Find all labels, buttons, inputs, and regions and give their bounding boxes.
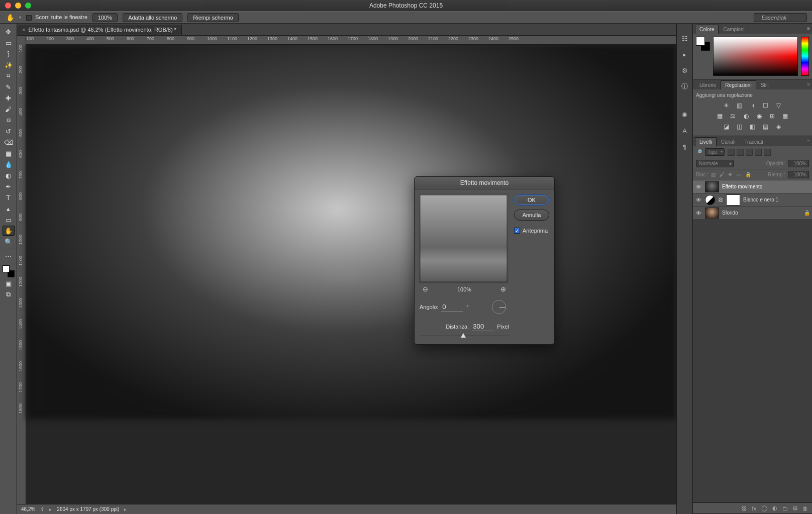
search-icon[interactable]: 🔎 [696,149,702,155]
lock-pixels-icon[interactable]: 🖌 [720,172,726,178]
angle-input[interactable] [441,302,463,312]
add-mask-icon[interactable]: ◯ [761,505,767,511]
adjustment-layer-icon[interactable] [705,195,715,205]
workspace-switcher[interactable]: Essenziali [754,13,807,22]
type-tool-icon[interactable]: T [3,192,15,202]
layer-row[interactable]: 👁 ⛓ Bianco e nero 1 [693,193,812,207]
color-field-picker[interactable] [713,37,798,76]
hue-strip[interactable] [801,37,809,76]
slider-thumb-icon[interactable] [461,333,466,338]
levels-icon[interactable]: ▥ [735,101,744,110]
layer-name[interactable]: Bianco e nero 1 [743,197,778,202]
link-layers-icon[interactable]: ⛓ [741,505,747,511]
pen-tool-icon[interactable]: ✒ [3,181,15,191]
magic-wand-tool-icon[interactable]: ✨ [3,60,15,70]
layer-thumbnail[interactable] [705,208,719,219]
foreground-color-swatch[interactable] [696,37,705,46]
blend-mode-select[interactable]: Normale [696,160,734,167]
status-chevron-icon[interactable] [49,506,52,512]
filter-shape-icon[interactable] [755,149,762,156]
new-adjustment-icon[interactable]: ◐ [772,505,777,511]
tab-color[interactable]: Colore [695,25,719,34]
lock-transparent-icon[interactable]: ▨ [711,172,717,178]
dodge-tool-icon[interactable]: ◐ [3,170,15,180]
history-brush-tool-icon[interactable]: ↺ [3,126,15,136]
window-maximize-button[interactable] [25,3,31,9]
ruler-origin-icon[interactable] [17,36,26,45]
status-chevron-icon[interactable] [124,506,127,512]
fill-screen-button[interactable]: Riempi schermo [187,13,238,22]
delete-layer-icon[interactable]: 🗑 [802,505,808,511]
fit-screen-button[interactable]: Adatta allo schermo [123,13,182,22]
zoom-tool-icon[interactable]: 🔍 [3,237,15,247]
tab-styles[interactable]: Stili [756,80,773,89]
lock-all-icon[interactable]: 🔒 [745,172,751,178]
filter-type-icon[interactable] [746,149,753,156]
filter-smart-icon[interactable] [764,149,771,156]
vibrance-icon[interactable]: ▽ [774,101,783,110]
close-tab-icon[interactable] [22,27,25,33]
channel-mixer-icon[interactable]: ⊞ [768,112,777,121]
filter-adjustment-icon[interactable] [737,149,744,156]
lock-artboard-icon[interactable]: ▭ [737,172,743,178]
shape-tool-icon[interactable]: ▭ [3,215,15,225]
visibility-eye-icon[interactable]: 👁 [695,184,702,190]
distance-slider[interactable] [420,333,509,339]
move-tool-icon[interactable]: ✥ [3,27,15,37]
brush-tool-icon[interactable]: 🖌 [3,104,15,114]
document-tab[interactable]: Effetto fantasma.psd @ 46,2% (Effetto mo… [17,25,182,35]
new-layer-icon[interactable]: ⊞ [793,505,797,511]
zoom-in-icon[interactable]: ⊕ [500,285,506,293]
character-panel-icon[interactable]: A [680,126,689,135]
layer-name[interactable]: Sfondo [722,210,738,216]
path-selection-tool-icon[interactable]: ▴ [3,203,15,214]
opacity-value[interactable]: 100% [788,160,809,167]
distance-input[interactable] [472,322,494,331]
tab-layers[interactable]: Livelli [695,137,717,147]
exposure-icon[interactable]: ☐ [761,101,770,110]
screen-mode-icon[interactable]: ⧉ [3,289,15,299]
new-group-icon[interactable]: 🗀 [782,505,788,511]
tab-paths[interactable]: Tracciati [740,137,767,146]
cancel-button[interactable]: Annulla [514,210,549,221]
canvas-viewport[interactable]: Effetto movimento ⊖ 100% ⊕ Angolo: [26,45,676,504]
hand-tool-icon[interactable]: ✋ [3,226,15,236]
clone-stamp-tool-icon[interactable]: ⧈ [3,115,15,125]
zoom-out-icon[interactable]: ⊖ [423,285,428,293]
angle-dial[interactable] [492,300,506,314]
status-export-icon[interactable]: ⇪ [40,506,44,512]
properties-panel-icon[interactable]: ⚙ [680,66,689,75]
quick-mask-icon[interactable]: ▣ [3,278,15,288]
threshold-icon[interactable]: ◧ [748,122,757,131]
actions-panel-icon[interactable]: ▸ [680,50,689,59]
layer-mask-thumbnail[interactable] [726,194,740,205]
foreground-background-swatch[interactable] [3,265,15,277]
preview-checkbox[interactable]: ✓ Anteprima [514,228,549,234]
gradient-map-icon[interactable]: ▤ [761,122,770,131]
color-lookup-icon[interactable]: ▦ [781,112,790,121]
blur-tool-icon[interactable]: 💧 [3,159,15,169]
invert-icon[interactable]: ◪ [722,122,731,131]
ok-button[interactable]: OK [514,194,549,205]
status-zoom[interactable]: 46,2% [21,506,35,512]
selective-color-icon[interactable]: ◈ [774,122,783,131]
hand-tool-icon[interactable]: ✋ [6,14,14,22]
layer-row[interactable]: 👁 Sfondo 🔒 [693,207,812,220]
panel-menu-icon[interactable]: ≡ [807,26,810,31]
foreground-color-swatch[interactable] [3,265,10,272]
curves-icon[interactable]: ⫞ [748,101,757,110]
layer-style-icon[interactable]: fx [752,505,756,511]
history-panel-icon[interactable]: ☷ [680,34,689,43]
visibility-eye-icon[interactable]: 👁 [695,210,702,216]
checkbox-icon[interactable] [26,15,32,21]
mask-link-icon[interactable]: ⛓ [718,197,723,202]
layer-thumbnail[interactable] [705,181,719,192]
tab-channels[interactable]: Canali [717,137,740,146]
layer-row[interactable]: 👁 Effetto movimento [693,180,812,193]
vertical-ruler[interactable]: 1002003004005006007008009001000110012001… [17,45,26,504]
eyedropper-tool-icon[interactable]: ✎ [3,82,15,92]
tab-adjustments[interactable]: Regolazioni [721,80,756,90]
lasso-tool-icon[interactable]: ⟆ [3,49,15,59]
layer-name[interactable]: Effetto movimento [722,184,762,189]
hue-saturation-icon[interactable]: ▦ [716,112,725,121]
